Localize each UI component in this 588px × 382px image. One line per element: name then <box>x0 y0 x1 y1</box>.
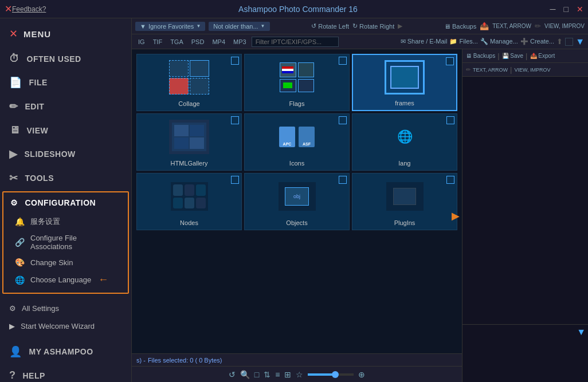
file-browser[interactable]: Collage <box>132 49 462 353</box>
manage-button[interactable]: 🔧 Manage... <box>480 38 518 45</box>
sidebar-item-my-ashampoo[interactable]: 👤 MY ASHAMPOO <box>0 340 131 364</box>
rotate-right-button[interactable]: ↻ Rotate Right <box>352 22 394 30</box>
slider-thumb[interactable] <box>332 371 339 378</box>
tile-check-objects[interactable] <box>339 176 347 184</box>
files-button[interactable]: 📁 Files... <box>449 38 477 45</box>
not-older-dropdown[interactable]: Not older than... ▼ <box>209 22 269 31</box>
sidebar-item-all-settings[interactable]: ⚙ All Settings <box>0 300 131 317</box>
folder-collage[interactable]: Collage <box>136 54 242 111</box>
sidebar-item-tools[interactable]: ✂ TOOLS <box>0 166 131 190</box>
filetype-tif[interactable]: TIF <box>150 38 166 46</box>
arrow-indicator: ← <box>98 274 108 286</box>
sort-btn[interactable]: ⇅ <box>264 370 271 379</box>
submenu-lang-label: Choose Language <box>30 275 91 284</box>
filetype-psd[interactable]: PSD <box>189 38 207 46</box>
tile-check-frames[interactable] <box>446 57 454 65</box>
folder-objects[interactable]: obj Objects <box>244 173 350 230</box>
sidebar-item-start-wizard[interactable]: ▶ Start Welcome Wizard <box>0 317 131 335</box>
list-btn[interactable]: ≡ <box>275 370 280 379</box>
submenu-service-settings[interactable]: 🔔 服务设置 <box>3 213 128 230</box>
sidebar-item-help[interactable]: ? HELP <box>0 364 131 382</box>
maximize-button[interactable]: □ <box>564 5 569 14</box>
folder-frames[interactable]: frames <box>352 54 457 111</box>
sidebar-item-view[interactable]: 🖥 VIEW <box>0 119 131 142</box>
close-button[interactable]: ✕ <box>577 5 583 14</box>
minimize-button[interactable]: ─ <box>550 5 556 14</box>
rp-backups-button[interactable]: 🖥 Backups <box>466 52 495 60</box>
tools-icon: ✂ <box>9 172 18 184</box>
main-container: ✕ MENU ⏱ OFTEN USED 📄 FILE ✏ EDIT 🖥 VIEW… <box>0 18 588 382</box>
filetype-tga[interactable]: TGA <box>167 38 186 46</box>
file-icon: 📄 <box>9 76 22 89</box>
square-btn[interactable]: □ <box>254 370 259 379</box>
rp-export-button[interactable]: 📤 Export <box>530 52 555 60</box>
icons-thumb: APC ASF <box>245 114 349 160</box>
rotate-left-button[interactable]: ↺ Rotate Left <box>311 22 349 30</box>
app-title: Ashampoo Photo Commander 16 <box>55 5 540 14</box>
all-settings-label: All Settings <box>22 304 59 313</box>
collage-cell1 <box>169 60 189 77</box>
rotate-left-btn[interactable]: ↺ <box>229 370 236 379</box>
tile-check-collage[interactable] <box>231 57 239 65</box>
submenu-file-associations[interactable]: 🔗 Configure File Associations <box>3 230 128 254</box>
filter-input[interactable] <box>252 37 339 47</box>
lang-thumb: 🌐 <box>352 114 457 160</box>
view-icon: 🖥 <box>9 124 20 136</box>
view-improv-button[interactable]: VIEW, IMPROV <box>544 23 585 29</box>
submenu-skin-label: Change Skin <box>30 258 73 267</box>
zoom-btn[interactable]: 🔍 <box>240 370 250 379</box>
scroll-right-arrow[interactable]: ▶ <box>452 210 460 222</box>
close-icon[interactable]: ✕ <box>5 3 12 14</box>
configuration-header[interactable]: ⚙ CONFIGURATION <box>3 192 128 213</box>
filetype-ig[interactable]: IG <box>135 38 148 46</box>
rotate-right-label: Rotate Right <box>359 23 394 30</box>
rp-icon2: ✏ <box>535 22 541 30</box>
folder-flags[interactable]: Flags <box>244 54 350 111</box>
backups-button[interactable]: 🖥 Backups <box>444 23 476 30</box>
sidebar-item-edit[interactable]: ✏ EDIT <box>0 94 131 119</box>
menu-close-icon[interactable]: ✕ <box>9 27 18 40</box>
slideshow-icon: ▶ <box>9 148 18 160</box>
folder-plugins[interactable]: PlugIns <box>352 173 457 230</box>
tile-check-flags[interactable] <box>339 57 347 65</box>
feedback-link[interactable]: Feedback? <box>12 5 46 13</box>
rp-view-improv-button[interactable]: VIEW, IMPROV <box>514 65 550 74</box>
dropdown-arrow-icon: ▼ <box>140 23 146 30</box>
title-bar: ✕ Feedback? Ashampoo Photo Commander 16 … <box>0 0 588 18</box>
tile-check-plugins[interactable] <box>446 176 454 184</box>
tile-check-nodes[interactable] <box>231 176 239 184</box>
rp-scroll-down-arrow[interactable]: ▼ <box>577 327 586 337</box>
create-button[interactable]: ➕ Create... <box>520 38 554 45</box>
tile-check-htmlgallery[interactable] <box>231 116 239 124</box>
ignore-favorites-dropdown[interactable]: ▼ Ignore Favorites ▼ <box>135 22 205 31</box>
tile-check-lang[interactable] <box>446 116 454 124</box>
submenu-service-label: 服务设置 <box>30 216 60 227</box>
grid-btn[interactable]: ⊞ <box>284 370 291 379</box>
right-panel: 🖥 Backups | 💾 Save | 📤 Export ✏ TEXT, AR… <box>462 49 588 382</box>
zoom-slider[interactable] <box>308 373 354 376</box>
rp-text-arrow-button[interactable]: TEXT, ARROW <box>473 65 508 74</box>
folder-icons[interactable]: APC ASF Icons <box>244 113 350 171</box>
plus-btn[interactable]: ⊕ <box>358 370 365 379</box>
chevron-down-icon[interactable]: ▼ <box>575 37 585 47</box>
filetype-mp4[interactable]: MP4 <box>209 38 228 46</box>
tile-check-icons[interactable] <box>339 116 347 124</box>
bottom-toolbar: ↺ 🔍 □ ⇅ ≡ ⊞ ☆ ⊕ <box>132 366 462 382</box>
folder-lang[interactable]: 🌐 lang <box>352 113 457 171</box>
folder-nodes[interactable]: Nodes <box>136 173 242 230</box>
sidebar-label-file: FILE <box>29 78 48 87</box>
share-email-button[interactable]: ✉ Share / E-Mail <box>401 38 448 45</box>
sidebar-item-file[interactable]: 📄 FILE <box>0 70 131 94</box>
submenu-choose-language[interactable]: 🌐 Choose Language ← <box>3 270 128 289</box>
view-toggle[interactable] <box>565 38 573 46</box>
sidebar-item-often-used[interactable]: ⏱ OFTEN USED <box>0 47 131 70</box>
rp-save-button[interactable]: 💾 Save <box>502 52 524 60</box>
folder-htmlgallery[interactable]: HTMLGallery <box>136 113 242 171</box>
star-btn[interactable]: ☆ <box>296 370 303 379</box>
text-arrow-button[interactable]: TEXT, ARROW <box>492 23 531 29</box>
submenu-change-skin[interactable]: 🎨 Change Skin <box>3 254 128 270</box>
help-icon: ? <box>9 369 16 381</box>
asf-icon: ASF <box>299 127 315 147</box>
filetype-mp3[interactable]: MP3 <box>230 38 249 46</box>
sidebar-item-slideshow[interactable]: ▶ SLIDESHOW <box>0 142 131 166</box>
